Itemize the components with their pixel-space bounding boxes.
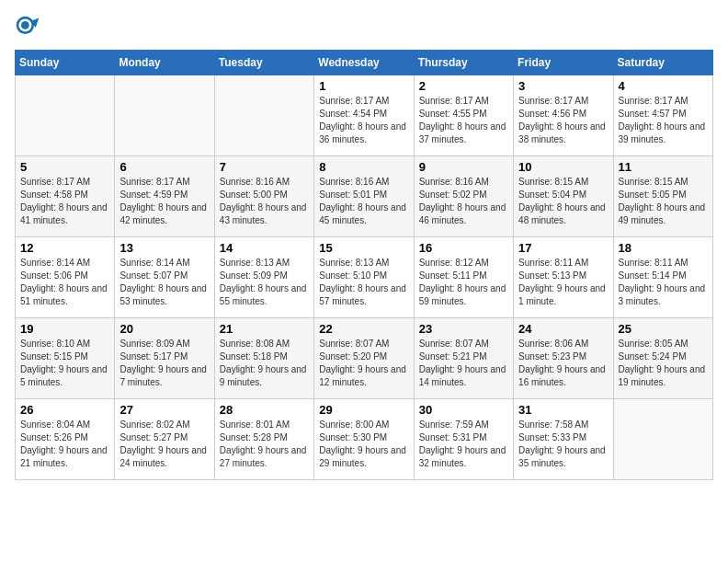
logo bbox=[15, 15, 44, 40]
day-number: 20 bbox=[119, 322, 209, 336]
svg-point-2 bbox=[21, 21, 29, 29]
day-info: Sunrise: 8:16 AM Sunset: 5:01 PM Dayligh… bbox=[319, 176, 408, 227]
day-number: 3 bbox=[518, 79, 608, 93]
day-info: Sunrise: 8:01 AM Sunset: 5:28 PM Dayligh… bbox=[220, 419, 309, 470]
day-info: Sunrise: 8:17 AM Sunset: 4:54 PM Dayligh… bbox=[319, 95, 408, 146]
calendar-cell: 5Sunrise: 8:17 AM Sunset: 4:58 PM Daylig… bbox=[16, 156, 115, 237]
day-info: Sunrise: 8:02 AM Sunset: 5:27 PM Dayligh… bbox=[119, 419, 209, 470]
calendar-cell: 4Sunrise: 8:17 AM Sunset: 4:57 PM Daylig… bbox=[613, 75, 712, 156]
weekday-header: Tuesday bbox=[214, 51, 313, 75]
calendar-week-row: 5Sunrise: 8:17 AM Sunset: 4:58 PM Daylig… bbox=[16, 156, 713, 237]
day-number: 17 bbox=[518, 241, 608, 255]
calendar-cell: 28Sunrise: 8:01 AM Sunset: 5:28 PM Dayli… bbox=[214, 399, 313, 480]
day-number: 25 bbox=[619, 322, 708, 336]
day-info: Sunrise: 8:04 AM Sunset: 5:26 PM Dayligh… bbox=[20, 419, 109, 470]
day-info: Sunrise: 8:13 AM Sunset: 5:10 PM Dayligh… bbox=[319, 257, 408, 308]
calendar-cell bbox=[613, 399, 712, 480]
calendar-cell: 16Sunrise: 8:12 AM Sunset: 5:11 PM Dayli… bbox=[414, 237, 513, 318]
day-number: 4 bbox=[619, 79, 708, 93]
day-number: 19 bbox=[20, 322, 109, 336]
calendar-cell: 25Sunrise: 8:05 AM Sunset: 5:24 PM Dayli… bbox=[613, 318, 712, 399]
calendar-cell: 10Sunrise: 8:15 AM Sunset: 5:04 PM Dayli… bbox=[514, 156, 613, 237]
weekday-header: Wednesday bbox=[314, 51, 414, 75]
calendar-cell: 11Sunrise: 8:15 AM Sunset: 5:05 PM Dayli… bbox=[613, 156, 712, 237]
calendar-header: SundayMondayTuesdayWednesdayThursdayFrid… bbox=[16, 51, 713, 75]
calendar-cell: 13Sunrise: 8:14 AM Sunset: 5:07 PM Dayli… bbox=[115, 237, 214, 318]
day-info: Sunrise: 8:16 AM Sunset: 5:00 PM Dayligh… bbox=[220, 176, 309, 227]
logo-icon bbox=[15, 15, 40, 40]
day-number: 5 bbox=[20, 160, 109, 174]
weekday-header: Sunday bbox=[16, 51, 115, 75]
calendar-cell: 22Sunrise: 8:07 AM Sunset: 5:20 PM Dayli… bbox=[314, 318, 414, 399]
calendar-cell: 3Sunrise: 8:17 AM Sunset: 4:56 PM Daylig… bbox=[514, 75, 613, 156]
calendar-cell: 20Sunrise: 8:09 AM Sunset: 5:17 PM Dayli… bbox=[115, 318, 214, 399]
day-number: 7 bbox=[220, 160, 309, 174]
day-info: Sunrise: 8:07 AM Sunset: 5:21 PM Dayligh… bbox=[419, 338, 508, 389]
day-info: Sunrise: 8:11 AM Sunset: 5:14 PM Dayligh… bbox=[619, 257, 708, 308]
day-info: Sunrise: 8:17 AM Sunset: 4:57 PM Dayligh… bbox=[619, 95, 708, 146]
calendar-cell: 23Sunrise: 8:07 AM Sunset: 5:21 PM Dayli… bbox=[414, 318, 513, 399]
calendar-cell: 12Sunrise: 8:14 AM Sunset: 5:06 PM Dayli… bbox=[16, 237, 115, 318]
day-number: 12 bbox=[20, 241, 109, 255]
calendar-cell: 1Sunrise: 8:17 AM Sunset: 4:54 PM Daylig… bbox=[314, 75, 414, 156]
day-info: Sunrise: 8:12 AM Sunset: 5:11 PM Dayligh… bbox=[419, 257, 508, 308]
day-number: 29 bbox=[319, 403, 408, 417]
day-info: Sunrise: 8:08 AM Sunset: 5:18 PM Dayligh… bbox=[220, 338, 309, 389]
calendar-cell: 6Sunrise: 8:17 AM Sunset: 4:59 PM Daylig… bbox=[115, 156, 214, 237]
day-number: 6 bbox=[119, 160, 209, 174]
calendar-cell: 31Sunrise: 7:58 AM Sunset: 5:33 PM Dayli… bbox=[514, 399, 613, 480]
day-info: Sunrise: 8:14 AM Sunset: 5:06 PM Dayligh… bbox=[20, 257, 109, 308]
day-number: 16 bbox=[419, 241, 508, 255]
day-info: Sunrise: 8:07 AM Sunset: 5:20 PM Dayligh… bbox=[319, 338, 408, 389]
day-info: Sunrise: 8:13 AM Sunset: 5:09 PM Dayligh… bbox=[220, 257, 309, 308]
day-number: 1 bbox=[319, 79, 408, 93]
calendar-cell: 8Sunrise: 8:16 AM Sunset: 5:01 PM Daylig… bbox=[314, 156, 414, 237]
calendar-week-row: 26Sunrise: 8:04 AM Sunset: 5:26 PM Dayli… bbox=[16, 399, 713, 480]
calendar-cell: 26Sunrise: 8:04 AM Sunset: 5:26 PM Dayli… bbox=[16, 399, 115, 480]
day-info: Sunrise: 8:09 AM Sunset: 5:17 PM Dayligh… bbox=[119, 338, 209, 389]
day-number: 30 bbox=[419, 403, 508, 417]
day-number: 27 bbox=[119, 403, 209, 417]
day-number: 28 bbox=[220, 403, 309, 417]
day-number: 31 bbox=[518, 403, 608, 417]
calendar-cell: 14Sunrise: 8:13 AM Sunset: 5:09 PM Dayli… bbox=[214, 237, 313, 318]
day-info: Sunrise: 8:15 AM Sunset: 5:04 PM Dayligh… bbox=[518, 176, 608, 227]
day-info: Sunrise: 8:11 AM Sunset: 5:13 PM Dayligh… bbox=[518, 257, 608, 308]
day-info: Sunrise: 8:15 AM Sunset: 5:05 PM Dayligh… bbox=[619, 176, 708, 227]
weekday-header: Saturday bbox=[613, 51, 712, 75]
calendar-week-row: 19Sunrise: 8:10 AM Sunset: 5:15 PM Dayli… bbox=[16, 318, 713, 399]
calendar-cell: 24Sunrise: 8:06 AM Sunset: 5:23 PM Dayli… bbox=[514, 318, 613, 399]
day-info: Sunrise: 8:10 AM Sunset: 5:15 PM Dayligh… bbox=[20, 338, 109, 389]
calendar-cell: 27Sunrise: 8:02 AM Sunset: 5:27 PM Dayli… bbox=[115, 399, 214, 480]
day-info: Sunrise: 7:59 AM Sunset: 5:31 PM Dayligh… bbox=[419, 419, 508, 470]
calendar-cell bbox=[214, 75, 313, 156]
day-number: 2 bbox=[419, 79, 508, 93]
day-number: 14 bbox=[220, 241, 309, 255]
day-number: 15 bbox=[319, 241, 408, 255]
day-number: 23 bbox=[419, 322, 508, 336]
calendar-cell: 2Sunrise: 8:17 AM Sunset: 4:55 PM Daylig… bbox=[414, 75, 513, 156]
day-info: Sunrise: 7:58 AM Sunset: 5:33 PM Dayligh… bbox=[518, 419, 608, 470]
day-info: Sunrise: 8:17 AM Sunset: 4:58 PM Dayligh… bbox=[20, 176, 109, 227]
calendar-cell: 29Sunrise: 8:00 AM Sunset: 5:30 PM Dayli… bbox=[314, 399, 414, 480]
day-number: 13 bbox=[119, 241, 209, 255]
weekday-header: Thursday bbox=[414, 51, 513, 75]
day-info: Sunrise: 8:17 AM Sunset: 4:56 PM Dayligh… bbox=[518, 95, 608, 146]
calendar-cell: 18Sunrise: 8:11 AM Sunset: 5:14 PM Dayli… bbox=[613, 237, 712, 318]
weekday-header: Friday bbox=[514, 51, 613, 75]
calendar-cell: 15Sunrise: 8:13 AM Sunset: 5:10 PM Dayli… bbox=[314, 237, 414, 318]
day-info: Sunrise: 8:05 AM Sunset: 5:24 PM Dayligh… bbox=[619, 338, 708, 389]
calendar-cell: 30Sunrise: 7:59 AM Sunset: 5:31 PM Dayli… bbox=[414, 399, 513, 480]
calendar-week-row: 1Sunrise: 8:17 AM Sunset: 4:54 PM Daylig… bbox=[16, 75, 713, 156]
calendar-cell bbox=[115, 75, 214, 156]
calendar-cell: 21Sunrise: 8:08 AM Sunset: 5:18 PM Dayli… bbox=[214, 318, 313, 399]
day-number: 11 bbox=[619, 160, 708, 174]
page-header bbox=[15, 15, 713, 40]
calendar-cell: 7Sunrise: 8:16 AM Sunset: 5:00 PM Daylig… bbox=[214, 156, 313, 237]
calendar-cell: 19Sunrise: 8:10 AM Sunset: 5:15 PM Dayli… bbox=[16, 318, 115, 399]
day-number: 22 bbox=[319, 322, 408, 336]
day-info: Sunrise: 8:14 AM Sunset: 5:07 PM Dayligh… bbox=[119, 257, 209, 308]
day-info: Sunrise: 8:17 AM Sunset: 4:55 PM Dayligh… bbox=[419, 95, 508, 146]
day-number: 21 bbox=[220, 322, 309, 336]
weekday-header: Monday bbox=[115, 51, 214, 75]
